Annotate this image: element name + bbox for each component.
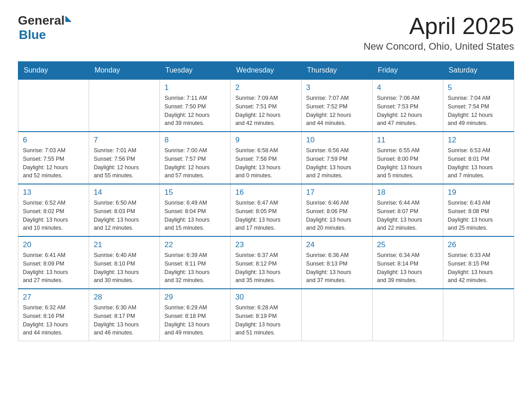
calendar-cell: 18Sunrise: 6:44 AM Sunset: 8:07 PM Dayli… bbox=[372, 184, 443, 236]
day-info: Sunrise: 6:28 AM Sunset: 8:19 PM Dayligh… bbox=[235, 304, 296, 337]
day-info: Sunrise: 6:34 AM Sunset: 8:14 PM Dayligh… bbox=[377, 251, 438, 285]
day-number: 5 bbox=[448, 83, 509, 92]
day-number: 3 bbox=[306, 83, 368, 92]
calendar-table: SundayMondayTuesdayWednesdayThursdayFrid… bbox=[18, 61, 514, 341]
day-info: Sunrise: 6:52 AM Sunset: 8:02 PM Dayligh… bbox=[23, 199, 84, 232]
day-info: Sunrise: 6:50 AM Sunset: 8:03 PM Dayligh… bbox=[94, 199, 155, 232]
calendar-subtitle: New Concord, Ohio, United States bbox=[364, 41, 514, 52]
day-info: Sunrise: 6:36 AM Sunset: 8:13 PM Dayligh… bbox=[306, 251, 368, 285]
day-info: Sunrise: 7:03 AM Sunset: 7:55 PM Dayligh… bbox=[23, 146, 84, 180]
calendar-cell: 13Sunrise: 6:52 AM Sunset: 8:02 PM Dayli… bbox=[18, 184, 89, 236]
day-info: Sunrise: 7:09 AM Sunset: 7:51 PM Dayligh… bbox=[235, 94, 296, 128]
day-header-friday: Friday bbox=[372, 62, 443, 80]
calendar-cell: 15Sunrise: 6:49 AM Sunset: 8:04 PM Dayli… bbox=[160, 184, 231, 236]
day-info: Sunrise: 6:58 AM Sunset: 7:58 PM Dayligh… bbox=[235, 146, 296, 180]
day-number: 17 bbox=[306, 188, 368, 197]
calendar-header-row: SundayMondayTuesdayWednesdayThursdayFrid… bbox=[18, 62, 514, 80]
day-header-wednesday: Wednesday bbox=[231, 62, 301, 80]
day-header-thursday: Thursday bbox=[301, 62, 372, 80]
day-header-sunday: Sunday bbox=[18, 62, 89, 80]
calendar-cell: 7Sunrise: 7:01 AM Sunset: 7:56 PM Daylig… bbox=[89, 132, 160, 184]
day-header-tuesday: Tuesday bbox=[160, 62, 231, 80]
calendar-cell: 16Sunrise: 6:47 AM Sunset: 8:05 PM Dayli… bbox=[231, 184, 301, 236]
day-info: Sunrise: 6:56 AM Sunset: 7:59 PM Dayligh… bbox=[306, 146, 368, 180]
day-number: 23 bbox=[235, 240, 296, 249]
calendar-cell bbox=[372, 289, 443, 341]
day-number: 2 bbox=[235, 83, 296, 92]
day-info: Sunrise: 6:41 AM Sunset: 8:09 PM Dayligh… bbox=[23, 251, 84, 285]
logo-arrow-icon bbox=[65, 16, 72, 22]
calendar-cell: 27Sunrise: 6:32 AM Sunset: 8:16 PM Dayli… bbox=[18, 289, 89, 341]
calendar-cell bbox=[443, 289, 514, 341]
day-info: Sunrise: 6:33 AM Sunset: 8:15 PM Dayligh… bbox=[448, 251, 509, 285]
day-info: Sunrise: 7:01 AM Sunset: 7:56 PM Dayligh… bbox=[94, 146, 155, 180]
calendar-cell: 1Sunrise: 7:11 AM Sunset: 7:50 PM Daylig… bbox=[160, 79, 231, 132]
day-info: Sunrise: 7:07 AM Sunset: 7:52 PM Dayligh… bbox=[306, 94, 368, 128]
day-info: Sunrise: 6:49 AM Sunset: 8:04 PM Dayligh… bbox=[164, 199, 226, 232]
day-number: 30 bbox=[235, 293, 296, 302]
day-number: 1 bbox=[164, 83, 226, 92]
day-number: 15 bbox=[164, 188, 226, 197]
day-info: Sunrise: 7:11 AM Sunset: 7:50 PM Dayligh… bbox=[164, 94, 226, 128]
day-info: Sunrise: 7:00 AM Sunset: 7:57 PM Dayligh… bbox=[164, 146, 226, 180]
day-number: 10 bbox=[306, 136, 368, 145]
day-number: 6 bbox=[23, 136, 84, 145]
logo-blue-text: Blue bbox=[19, 28, 46, 42]
day-number: 29 bbox=[164, 293, 226, 302]
day-info: Sunrise: 6:53 AM Sunset: 8:01 PM Dayligh… bbox=[448, 146, 509, 180]
day-info: Sunrise: 6:43 AM Sunset: 8:08 PM Dayligh… bbox=[448, 199, 509, 232]
day-info: Sunrise: 6:55 AM Sunset: 8:00 PM Dayligh… bbox=[377, 146, 438, 180]
day-number: 27 bbox=[23, 293, 84, 302]
calendar-cell: 29Sunrise: 6:29 AM Sunset: 8:18 PM Dayli… bbox=[160, 289, 231, 341]
day-number: 11 bbox=[377, 136, 438, 145]
logo: General Blue bbox=[18, 13, 72, 42]
title-block: April 2025 New Concord, Ohio, United Sta… bbox=[364, 13, 514, 52]
week-row-5: 27Sunrise: 6:32 AM Sunset: 8:16 PM Dayli… bbox=[18, 289, 514, 341]
day-number: 13 bbox=[23, 188, 84, 197]
calendar-title: April 2025 bbox=[364, 13, 514, 39]
day-number: 8 bbox=[164, 136, 226, 145]
page-header: General Blue April 2025 New Concord, Ohi… bbox=[18, 13, 514, 52]
day-info: Sunrise: 6:46 AM Sunset: 8:06 PM Dayligh… bbox=[306, 199, 368, 232]
day-info: Sunrise: 6:47 AM Sunset: 8:05 PM Dayligh… bbox=[235, 199, 296, 232]
calendar-cell: 19Sunrise: 6:43 AM Sunset: 8:08 PM Dayli… bbox=[443, 184, 514, 236]
calendar-cell: 26Sunrise: 6:33 AM Sunset: 8:15 PM Dayli… bbox=[443, 236, 514, 289]
day-info: Sunrise: 6:32 AM Sunset: 8:16 PM Dayligh… bbox=[23, 304, 84, 337]
day-number: 7 bbox=[94, 136, 155, 145]
calendar-cell: 2Sunrise: 7:09 AM Sunset: 7:51 PM Daylig… bbox=[231, 79, 301, 132]
calendar-cell: 14Sunrise: 6:50 AM Sunset: 8:03 PM Dayli… bbox=[89, 184, 160, 236]
day-info: Sunrise: 6:29 AM Sunset: 8:18 PM Dayligh… bbox=[164, 304, 226, 337]
calendar-cell: 24Sunrise: 6:36 AM Sunset: 8:13 PM Dayli… bbox=[301, 236, 372, 289]
day-number: 20 bbox=[23, 240, 84, 249]
day-number: 16 bbox=[235, 188, 296, 197]
calendar-cell: 11Sunrise: 6:55 AM Sunset: 8:00 PM Dayli… bbox=[372, 132, 443, 184]
day-number: 14 bbox=[94, 188, 155, 197]
day-info: Sunrise: 7:04 AM Sunset: 7:54 PM Dayligh… bbox=[448, 94, 509, 128]
day-info: Sunrise: 6:30 AM Sunset: 8:17 PM Dayligh… bbox=[94, 304, 155, 337]
day-number: 25 bbox=[377, 240, 438, 249]
day-number: 26 bbox=[448, 240, 509, 249]
day-number: 21 bbox=[94, 240, 155, 249]
calendar-cell: 5Sunrise: 7:04 AM Sunset: 7:54 PM Daylig… bbox=[443, 79, 514, 132]
calendar-cell bbox=[301, 289, 372, 341]
day-number: 22 bbox=[164, 240, 226, 249]
week-row-4: 20Sunrise: 6:41 AM Sunset: 8:09 PM Dayli… bbox=[18, 236, 514, 289]
calendar-cell: 28Sunrise: 6:30 AM Sunset: 8:17 PM Dayli… bbox=[89, 289, 160, 341]
day-number: 28 bbox=[94, 293, 155, 302]
day-number: 19 bbox=[448, 188, 509, 197]
day-info: Sunrise: 6:40 AM Sunset: 8:10 PM Dayligh… bbox=[94, 251, 155, 285]
calendar-cell: 21Sunrise: 6:40 AM Sunset: 8:10 PM Dayli… bbox=[89, 236, 160, 289]
calendar-cell: 30Sunrise: 6:28 AM Sunset: 8:19 PM Dayli… bbox=[231, 289, 301, 341]
day-info: Sunrise: 7:06 AM Sunset: 7:53 PM Dayligh… bbox=[377, 94, 438, 128]
day-number: 18 bbox=[377, 188, 438, 197]
day-header-monday: Monday bbox=[89, 62, 160, 80]
calendar-cell: 17Sunrise: 6:46 AM Sunset: 8:06 PM Dayli… bbox=[301, 184, 372, 236]
day-number: 9 bbox=[235, 136, 296, 145]
calendar-cell: 10Sunrise: 6:56 AM Sunset: 7:59 PM Dayli… bbox=[301, 132, 372, 184]
week-row-2: 6Sunrise: 7:03 AM Sunset: 7:55 PM Daylig… bbox=[18, 132, 514, 184]
day-number: 24 bbox=[306, 240, 368, 249]
week-row-1: 1Sunrise: 7:11 AM Sunset: 7:50 PM Daylig… bbox=[18, 79, 514, 132]
calendar-cell: 6Sunrise: 7:03 AM Sunset: 7:55 PM Daylig… bbox=[18, 132, 89, 184]
calendar-cell: 8Sunrise: 7:00 AM Sunset: 7:57 PM Daylig… bbox=[160, 132, 231, 184]
calendar-cell: 23Sunrise: 6:37 AM Sunset: 8:12 PM Dayli… bbox=[231, 236, 301, 289]
